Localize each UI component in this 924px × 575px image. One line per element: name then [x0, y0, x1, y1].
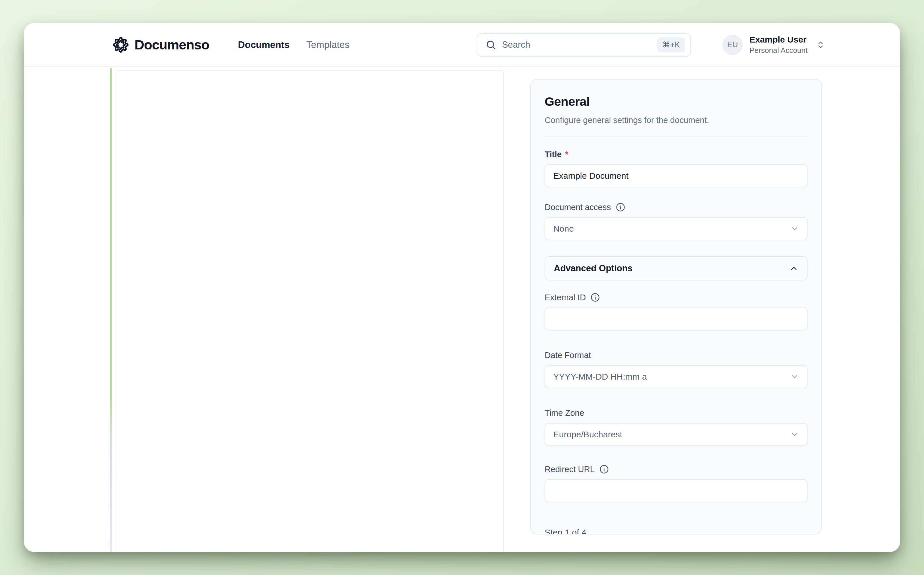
date-format-label: Date Format	[545, 351, 808, 360]
required-marker: *	[565, 150, 568, 159]
app-header: Documenso Documents Templates Search ⌘+K…	[24, 23, 900, 67]
chevron-down-icon	[791, 430, 799, 439]
account-menu[interactable]: EU Example User Personal Account	[722, 35, 825, 55]
viewer-accent-rail	[110, 68, 112, 552]
time-zone-select[interactable]: Europe/Bucharest	[545, 423, 808, 446]
desktop-background: Documenso Documents Templates Search ⌘+K…	[0, 0, 924, 575]
title-input[interactable]	[545, 164, 808, 187]
brand-name: Documenso	[135, 37, 209, 52]
external-id-label: External ID	[545, 292, 808, 302]
avatar: EU	[722, 35, 743, 55]
redirect-url-label: Redirect URL	[545, 464, 808, 474]
time-zone-label: Time Zone	[545, 408, 808, 418]
search-placeholder: Search	[502, 40, 651, 50]
panel-title: General	[545, 95, 808, 109]
search-box[interactable]: Search ⌘+K	[477, 33, 691, 57]
nav-templates[interactable]: Templates	[306, 40, 349, 50]
chevron-down-icon	[791, 372, 799, 381]
date-format-select[interactable]: YYYY-MM-DD HH:mm a	[545, 365, 808, 388]
title-label: Title*	[545, 150, 808, 159]
info-icon	[599, 464, 609, 474]
panel-description: Configure general settings for the docum…	[545, 116, 808, 125]
document-viewer	[110, 67, 509, 552]
chevron-up-icon	[789, 264, 799, 273]
chevron-up-down-icon	[816, 41, 825, 49]
document-access-select[interactable]: None	[545, 217, 808, 240]
search-icon	[486, 40, 496, 50]
advanced-options-toggle[interactable]: Advanced Options	[545, 256, 808, 280]
divider	[545, 136, 808, 137]
nav-documents[interactable]: Documents	[238, 40, 290, 50]
main-nav: Documents Templates	[238, 40, 349, 50]
documenso-logo-icon	[111, 36, 130, 54]
info-icon	[590, 292, 600, 302]
search-shortcut-badge: ⌘+K	[657, 37, 685, 52]
redirect-url-input[interactable]	[545, 479, 808, 502]
info-icon	[616, 202, 626, 212]
left-gutter	[24, 67, 110, 552]
document-access-label: Document access	[545, 202, 808, 212]
app-window: Documenso Documents Templates Search ⌘+K…	[24, 23, 900, 552]
document-page	[116, 70, 504, 552]
account-type: Personal Account	[749, 46, 808, 55]
chevron-down-icon	[791, 224, 799, 233]
general-settings-panel: General Configure general settings for t…	[530, 79, 822, 534]
step-indicator: Step 1 of 4	[545, 527, 808, 534]
external-id-input[interactable]	[545, 308, 808, 330]
brand-home-link[interactable]: Documenso	[111, 36, 209, 54]
main-content: General Configure general settings for t…	[24, 67, 900, 552]
account-name: Example User	[749, 35, 808, 45]
